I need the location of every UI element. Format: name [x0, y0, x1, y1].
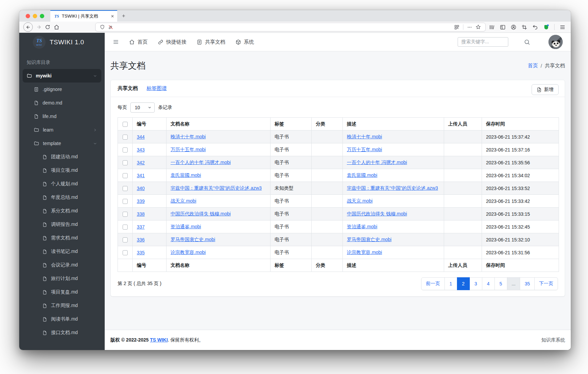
row-checkbox[interactable]: [123, 160, 128, 165]
card-tab-shared-docs[interactable]: 共享文档: [118, 85, 138, 92]
doc-id-link[interactable]: 337: [137, 224, 145, 230]
tree-file-团建活动.md[interactable]: 团建活动.md: [23, 150, 101, 164]
user-avatar[interactable]: [548, 35, 563, 49]
tree-file-项目复盘.md[interactable]: 项目复盘.md: [23, 285, 101, 299]
tree-file-阅读书单.md[interactable]: 阅读书单.md: [23, 312, 101, 326]
footer-tswiki-link[interactable]: TS WIKI: [150, 337, 168, 343]
page-button-2[interactable]: 2: [457, 277, 470, 290]
undo-arrow-icon[interactable]: [532, 24, 538, 30]
doc-desc-link[interactable]: 万历十五年.mobi: [347, 147, 382, 152]
row-checkbox[interactable]: [123, 147, 128, 153]
row-checkbox[interactable]: [123, 250, 128, 255]
address-bar[interactable]: [95, 23, 486, 31]
forward-icon[interactable]: [36, 24, 42, 30]
tree-file-系分文档.md[interactable]: 系分文档.md: [23, 204, 101, 218]
doc-name-link[interactable]: 资治通鉴.mobi: [171, 224, 201, 229]
doc-name-link[interactable]: 袁氏當國.mobi: [171, 172, 201, 178]
page-button-1[interactable]: 1: [444, 277, 457, 290]
zoom-window-button[interactable]: [40, 14, 44, 18]
tree-file-年度总结.md[interactable]: 年度总结.md: [23, 191, 101, 204]
doc-id-link[interactable]: 340: [137, 186, 145, 191]
account-icon[interactable]: [511, 24, 516, 30]
menu-hamburger-icon[interactable]: [560, 24, 565, 30]
doc-desc-link[interactable]: 袁氏當國.mobi: [347, 172, 377, 178]
library-icon[interactable]: [489, 24, 495, 30]
prev-page-button[interactable]: 前一页: [421, 277, 445, 290]
row-checkbox[interactable]: [123, 225, 128, 230]
nav-item-home[interactable]: 首页: [129, 39, 148, 45]
doc-desc-link[interactable]: 宅兹中国：重建有关“中国”的历史论述.azw3: [347, 185, 438, 191]
tree-file-项目立项.md[interactable]: 项目立项.md: [23, 164, 101, 177]
nav-item-system[interactable]: 系统: [235, 39, 254, 45]
qr-code-icon[interactable]: [454, 25, 459, 30]
tree-file-读书笔记.md[interactable]: 读书笔记.md: [23, 245, 101, 258]
tree-file-个人规划.md[interactable]: 个人规划.md: [23, 177, 101, 191]
doc-desc-link[interactable]: 罗马帝国衰亡史.mobi: [347, 237, 391, 242]
blocked-permission-icon[interactable]: [108, 25, 113, 30]
sidebars-icon[interactable]: [500, 24, 506, 30]
doc-desc-link[interactable]: 战天京.mobi: [347, 198, 373, 204]
row-checkbox[interactable]: [123, 212, 128, 217]
chevron-down-icon[interactable]: [93, 141, 97, 146]
tree-folder-template[interactable]: template: [23, 137, 101, 150]
doc-desc-link[interactable]: 中国历代政治得失 钱穆.mobi: [347, 211, 407, 216]
row-checkbox[interactable]: [123, 173, 128, 178]
page-button-4[interactable]: 4: [482, 277, 495, 290]
tree-file-接口文档.md[interactable]: 接口文档.md: [23, 326, 101, 340]
doc-id-link[interactable]: 339: [137, 198, 145, 204]
doc-id-link[interactable]: 338: [137, 211, 145, 217]
tag-graph-link[interactable]: 标签图谱: [147, 85, 167, 92]
tree-file-demo.md[interactable]: demo.md: [23, 96, 101, 110]
doc-name-link[interactable]: 罗马帝国衰亡史.mobi: [171, 237, 215, 242]
screenshot-icon[interactable]: [521, 24, 527, 30]
doc-desc-link[interactable]: 一百个人的十年 冯骥才.mobi: [347, 160, 407, 165]
per-page-select[interactable]: 10: [130, 102, 155, 113]
tree-file-.gitignore[interactable]: .gitignore: [23, 83, 101, 96]
shield-icon[interactable]: [100, 25, 105, 29]
doc-name-link[interactable]: 一百个人的十年 冯骥才.mobi: [171, 160, 231, 165]
row-checkbox[interactable]: [123, 186, 128, 191]
page-button-35[interactable]: 35: [520, 277, 535, 290]
tree-file-调研报告.md[interactable]: 调研报告.md: [23, 218, 101, 231]
doc-name-link[interactable]: 宅兹中国：重建有关“中国”的历史论述.azw3: [171, 185, 262, 191]
doc-desc-link[interactable]: 论宗教宽容.mobi: [347, 250, 382, 255]
doc-name-link[interactable]: 论宗教宽容.mobi: [171, 250, 206, 255]
page-button-5[interactable]: 5: [494, 277, 507, 290]
tree-file-需求文档.md[interactable]: 需求文档.md: [23, 231, 101, 245]
doc-desc-link[interactable]: 晚清七十年.mobi: [347, 134, 382, 139]
tree-folder-learn[interactable]: learn: [23, 123, 101, 137]
row-checkbox[interactable]: [123, 135, 128, 140]
minimize-window-button[interactable]: [33, 14, 37, 18]
tab-close-icon[interactable]: [110, 14, 114, 18]
new-tab-button[interactable]: [117, 10, 130, 22]
row-checkbox[interactable]: [123, 237, 128, 242]
doc-name-link[interactable]: 战天京.mobi: [171, 198, 196, 204]
doc-id-link[interactable]: 335: [137, 250, 145, 255]
doc-name-link[interactable]: 万历十五年.mobi: [171, 147, 206, 152]
nav-item-shared-docs[interactable]: 共享文档: [197, 39, 225, 45]
doc-id-link[interactable]: 344: [137, 134, 145, 140]
evernote-extension-icon[interactable]: [543, 24, 549, 30]
search-input[interactable]: 搜索关键字...: [458, 37, 508, 47]
page-actions-icon[interactable]: [467, 25, 472, 30]
doc-id-link[interactable]: 342: [137, 160, 145, 165]
doc-desc-link[interactable]: 资治通鉴.mobi: [347, 224, 377, 229]
doc-name-link[interactable]: 晚清七十年.mobi: [171, 134, 206, 139]
nav-item-quick-links[interactable]: 快捷链接: [158, 39, 186, 45]
sidebar-toggle-icon[interactable]: [113, 39, 119, 45]
close-window-button[interactable]: [26, 14, 30, 18]
doc-id-link[interactable]: 341: [137, 173, 145, 178]
page-button-3[interactable]: 3: [469, 277, 482, 290]
row-checkbox[interactable]: [123, 199, 128, 204]
tree-file-工作周报.md[interactable]: 工作周报.md: [23, 299, 101, 312]
doc-name-link[interactable]: 中国历代政治得失 钱穆.mobi: [171, 211, 231, 216]
tree-file-旅行计划.md[interactable]: 旅行计划.md: [23, 272, 101, 285]
next-page-button[interactable]: 下一页: [534, 277, 558, 290]
browser-tab[interactable]: TS TSWIKI | 共享文档: [50, 10, 117, 22]
chevron-right-icon[interactable]: [93, 128, 97, 132]
back-icon[interactable]: [23, 22, 33, 32]
tree-folder-mywiki[interactable]: mywiki: [23, 69, 101, 83]
reload-icon[interactable]: [45, 24, 50, 30]
select-all-checkbox[interactable]: [123, 122, 128, 127]
chevron-down-icon[interactable]: [93, 74, 97, 78]
